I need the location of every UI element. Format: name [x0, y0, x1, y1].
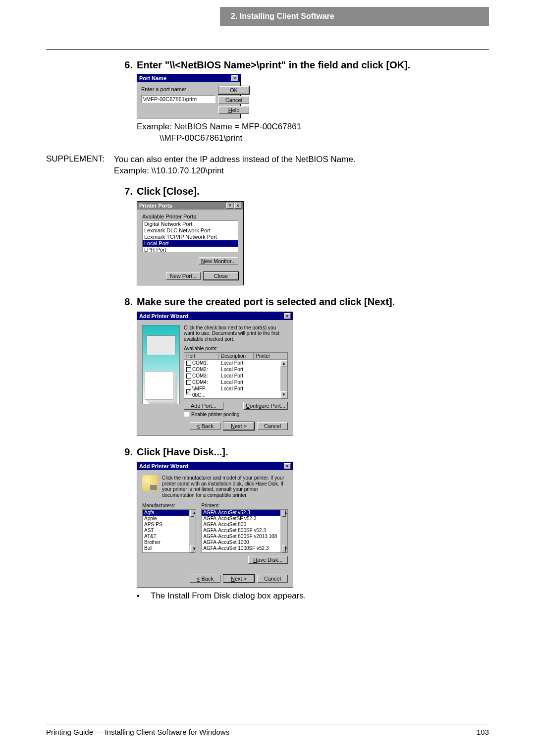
page-number: 103 — [477, 728, 489, 736]
checkbox-icon[interactable] — [186, 374, 191, 378]
close-icon[interactable]: × — [234, 203, 241, 209]
scrollbar[interactable]: ▲ ▼ — [280, 510, 287, 552]
table-row[interactable]: ✓\\MFP-00C...Local Port — [184, 385, 287, 398]
have-disk-button[interactable]: Have Disk... — [248, 556, 288, 564]
scroll-down-icon[interactable]: ▼ — [282, 545, 286, 552]
list-item[interactable]: AGFA-AccuSet 800 — [202, 522, 287, 528]
close-icon[interactable]: × — [284, 463, 291, 469]
checkbox-checked-icon[interactable]: ✓ — [186, 389, 191, 394]
ports-table[interactable]: Port Description Printer COM1:Local Port… — [184, 352, 288, 399]
apw-disk-instruction: Click the manufacturer and model of your… — [162, 475, 288, 498]
scroll-down-icon[interactable]: ▼ — [190, 545, 194, 552]
list-item[interactable]: AGFA-AccuSet 1000SF v52.3 — [202, 545, 287, 551]
list-item[interactable]: Bull — [143, 545, 196, 551]
footer-left: Printing Guide — Installing Client Softw… — [46, 728, 229, 736]
port-name-title: Port Name — [139, 75, 166, 81]
printers-list[interactable]: AGFA-AccuSet v52.3 AGFA-AccuSetSF v52.3 … — [201, 509, 288, 553]
next-button[interactable]: Next > — [223, 422, 254, 430]
close-icon[interactable]: × — [231, 75, 238, 81]
table-row[interactable]: COM1:Local Port — [184, 360, 287, 366]
scroll-down-icon[interactable]: ▼ — [280, 391, 287, 398]
top-divider — [46, 49, 489, 50]
list-item-selected[interactable]: Local Port — [143, 240, 238, 247]
add-printer-wizard-ports-dialog: Add Printer Wizard × Click the check box… — [137, 312, 293, 436]
list-item[interactable]: AT&T — [143, 534, 196, 540]
apw-ports-title: Add Printer Wizard — [139, 313, 188, 319]
apw-disk-titlebar: Add Printer Wizard × — [137, 462, 293, 470]
list-item-selected[interactable]: Agfa — [143, 510, 196, 516]
step-8-num: 8. — [118, 296, 137, 308]
step-7-num: 7. — [118, 186, 137, 197]
add-port-button[interactable]: Add Port... — [184, 402, 223, 410]
printers-label: Printers: — [201, 503, 288, 508]
list-item[interactable]: AGFA-AccuSetSF v52.3 — [202, 516, 287, 522]
table-row[interactable]: COM2:Local Port — [184, 366, 287, 373]
scroll-up-icon[interactable]: ▲ — [280, 360, 287, 367]
back-button[interactable]: < Back — [190, 575, 220, 583]
list-item[interactable]: AGFA-AccuSet 800SF v52.3 — [202, 528, 287, 534]
cancel-button[interactable]: Cancel — [257, 575, 288, 583]
scrollbar[interactable]: ▲ ▼ — [280, 360, 287, 398]
scroll-up-icon[interactable]: ▲ — [282, 510, 286, 517]
table-row[interactable]: COM3:Local Port — [184, 373, 287, 379]
step-9-row: 9. Click [Have Disk...]. — [118, 446, 489, 458]
ok-button[interactable]: OK — [218, 86, 249, 94]
col-description: Description — [219, 353, 254, 359]
list-item[interactable]: Brother — [143, 540, 196, 545]
bottom-divider — [46, 724, 489, 724]
list-item[interactable]: Apple — [143, 516, 196, 522]
manufacturers-label: Manufacturers: — [142, 503, 196, 508]
close-icon[interactable]: × — [284, 313, 291, 319]
step-8-title: Make sure the created port is selected a… — [137, 296, 395, 308]
checkbox-icon[interactable] — [184, 412, 189, 417]
printer-ports-title: Printer Ports — [139, 203, 172, 209]
page-content: 6. Enter "\\<NetBIOS Name>\print" in the… — [46, 57, 489, 601]
cancel-button[interactable]: Cancel — [257, 422, 288, 430]
available-ports-label: Available Printer Ports: — [142, 214, 238, 219]
list-item[interactable]: Lexmark TCP/IP Network Port — [143, 234, 238, 240]
step-6-num: 6. — [118, 59, 137, 71]
apw-disk-title: Add Printer Wizard — [139, 463, 188, 469]
list-item[interactable]: APS-PS — [143, 522, 196, 528]
scroll-up-icon[interactable]: ▲ — [190, 510, 194, 517]
table-row[interactable]: COM4:Local Port — [184, 379, 287, 385]
add-printer-wizard-havedisk-dialog: Add Printer Wizard × Click the manufactu… — [137, 462, 293, 588]
port-name-input[interactable] — [141, 95, 215, 103]
supplement-line-2: Example: \\10.10.70.120\print — [114, 165, 356, 177]
printer-icon — [147, 335, 175, 355]
documents-icon — [145, 371, 173, 400]
help-button[interactable]: Help — [218, 106, 249, 114]
configure-port-button[interactable]: Configure Port... — [243, 402, 288, 410]
help-icon[interactable]: ? — [226, 203, 233, 209]
manufacturers-list[interactable]: Agfa Apple APS-PS AST AT&T Brother Bull … — [142, 509, 196, 553]
new-monitor-button[interactable]: New Monitor... — [199, 257, 238, 265]
scrollbar[interactable]: ▲ ▼ — [189, 510, 196, 552]
page-footer: Printing Guide — Installing Client Softw… — [46, 728, 489, 736]
back-button[interactable]: < Back — [190, 422, 220, 430]
step-7-title: Click [Close]. — [137, 186, 200, 197]
list-item[interactable]: AGFA-AccuSet 800SF v2013.108 — [202, 534, 287, 540]
new-port-button[interactable]: New Port... — [166, 272, 201, 280]
available-ports-list[interactable]: Digital Network Port Lexmark DLC Network… — [142, 220, 238, 252]
available-ports-label: Available ports: — [184, 346, 288, 351]
next-button[interactable]: Next > — [223, 575, 254, 583]
list-item[interactable]: LPR Port — [143, 247, 238, 252]
list-item[interactable]: Digital Network Port — [143, 221, 238, 227]
port-name-titlebar: Port Name × — [137, 74, 240, 82]
enable-pooling-label: Enable printer pooling — [191, 412, 239, 417]
chapter-header: 2. Installing Client Software — [220, 7, 489, 26]
list-item[interactable]: AGFA-AccuSet 1000 — [202, 540, 287, 545]
list-item[interactable]: AST — [143, 528, 196, 534]
step-6-example-1: Example: NetBIOS Name = MFP-00C67861 — [137, 121, 489, 133]
supplement-line-1: You can also enter the IP address instea… — [114, 154, 356, 165]
list-item-selected[interactable]: AGFA-AccuSet v52.3 — [202, 510, 287, 516]
supplement-row: SUPPLEMENT: You can also enter the IP ad… — [46, 154, 489, 177]
cancel-button[interactable]: Cancel — [218, 96, 249, 104]
checkbox-icon[interactable] — [186, 380, 191, 385]
enable-pooling-row[interactable]: Enable printer pooling — [184, 412, 288, 417]
checkbox-icon[interactable] — [186, 367, 191, 372]
list-item[interactable]: Lexmark DLC Network Port — [143, 227, 238, 234]
checkbox-icon[interactable] — [186, 361, 191, 366]
close-button[interactable]: Close — [204, 272, 238, 280]
port-name-label: Enter a port name: — [141, 86, 215, 92]
